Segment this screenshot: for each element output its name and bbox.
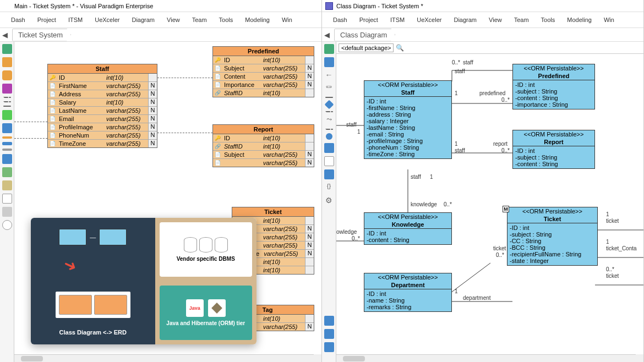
overlay-caption-cd-erd: Class Diagram <-> ERD [59, 329, 127, 336]
pal-comp-icon[interactable] [324, 169, 334, 179]
menu-itsm[interactable]: ITSM [390, 17, 405, 23]
bc-item[interactable]: Class Diagram [334, 29, 395, 41]
pal-diamond-icon[interactable] [324, 100, 334, 109]
right-palette: ← «» ⤳ {} ⚙ [322, 42, 336, 362]
pal-green-icon[interactable] [2, 110, 12, 120]
pal-misc2-icon[interactable] [2, 167, 12, 177]
right-pane: Class Diagram - Ticket System * Dash Pro… [322, 0, 644, 362]
menu-window[interactable]: Win [282, 17, 292, 23]
search-icon[interactable]: 🔍 [396, 44, 404, 52]
pal-dep-icon[interactable] [325, 111, 333, 112]
menu-uexceler[interactable]: UeXceler [95, 17, 119, 23]
uml-knowledge[interactable]: <<ORM Persistable>> Knowledge -ID : int-… [364, 212, 452, 245]
menu-project[interactable]: Project [37, 17, 56, 23]
pal-line-icon[interactable] [3, 106, 11, 107]
uml-staff-attrs: -ID : int-firstName : String-address : S… [364, 97, 451, 158]
left-canvas[interactable]: Staff 🔑IDint(10) 📄FirstNamevarchar(255)N… [14, 42, 321, 362]
package-input[interactable] [339, 43, 394, 52]
pal-class-icon[interactable] [324, 57, 334, 67]
pal-bar2-icon[interactable] [2, 142, 12, 145]
pal-note-icon[interactable] [2, 180, 12, 190]
menu-itsm[interactable]: ITSM [68, 17, 83, 23]
pal-pkg-icon[interactable] [324, 143, 334, 153]
uml-ticket[interactable]: <<ORM Persistable>> Ticket -ID : int-sub… [507, 207, 598, 266]
left-palette [0, 42, 14, 362]
pal-run-icon[interactable] [2, 44, 12, 54]
overlay-dbms-panel: Vendor specific DBMS [160, 222, 253, 277]
menu-view[interactable]: View [489, 17, 502, 23]
menu-modeling[interactable]: Modeling [245, 17, 270, 23]
uml-department[interactable]: <<ORM Persistable>> Department -ID : int… [364, 273, 452, 312]
uml-staff[interactable]: <<ORM Persistable>> Staff -ID : int-firs… [364, 80, 452, 159]
pal-relation2-icon[interactable] [3, 101, 11, 102]
class-diagram-icon [325, 2, 333, 10]
menu-diagram[interactable]: Diagram [454, 17, 477, 23]
right-title: Class Diagram - Ticket System * [336, 3, 423, 9]
overlay-left: — ➜ Class Diagram <-> ERD [31, 218, 155, 344]
svg-line-7 [446, 263, 490, 296]
pal-view-icon[interactable] [2, 84, 12, 94]
menu-team[interactable]: Team [192, 17, 207, 23]
pal-entity-icon[interactable] [2, 57, 12, 67]
menu-view[interactable]: View [167, 17, 180, 23]
pal-dash-icon[interactable] [325, 129, 333, 130]
app-root: Main - Ticket System * - Visual Paradigm… [0, 0, 644, 362]
erd-report[interactable]: Report 🔑IDint(10) 🔗StaffIDint(10) 📄Subje… [212, 124, 314, 167]
overlay-orm-label: Java and Hibernate (ORM) tier [166, 320, 245, 326]
pal-assoc-icon[interactable] [325, 97, 333, 98]
pal-blue-icon[interactable] [2, 123, 12, 133]
menu-dash[interactable]: Dash [333, 17, 347, 23]
erd-staff[interactable]: Staff 🔑IDint(10) 📄FirstNamevarchar(255)N… [47, 64, 157, 148]
right-canvas[interactable]: 🔍 <<ORM Pers [336, 42, 643, 362]
pal-run-icon[interactable] [324, 44, 334, 54]
menu-window[interactable]: Win [604, 17, 614, 23]
right-menubar: Dash Project ITSM UeXceler Diagram View … [322, 12, 643, 28]
right-work: ← «» ⤳ {} ⚙ 🔍 [322, 42, 643, 362]
pal-bar-icon[interactable] [2, 136, 12, 139]
pal-folder2-icon[interactable] [324, 329, 334, 339]
pal-text-icon[interactable]: «» [324, 84, 334, 94]
bc-back-icon[interactable]: ◀ [2, 31, 10, 39]
menu-dash[interactable]: Dash [11, 17, 25, 23]
erd-ticket-title: Ticket [232, 207, 314, 217]
erd-report-title: Report [213, 125, 314, 134]
pal-frame-icon[interactable] [324, 156, 334, 166]
bc-back-icon[interactable]: ◀ [324, 31, 332, 39]
right-scroll-corner [636, 354, 643, 362]
pal-table-icon[interactable] [2, 70, 12, 80]
bc-item[interactable]: Ticket System [12, 29, 71, 41]
uml-predefined[interactable]: <<ORM Persistable>> Predefined -ID : int… [512, 64, 595, 109]
pal-folder-icon[interactable] [324, 316, 334, 326]
pal-arrow2-icon[interactable]: ⤳ [324, 116, 334, 125]
pal-arrow-icon[interactable]: ← [324, 70, 334, 80]
left-hscroll[interactable] [14, 354, 314, 362]
menu-uexceler[interactable]: UeXceler [417, 17, 441, 23]
pal-rect-icon[interactable] [2, 194, 12, 204]
uml-report[interactable]: <<ORM Persistable>> Report -ID : int-sub… [512, 130, 595, 169]
right-tab[interactable]: Class Diagram - Ticket System * [322, 0, 643, 12]
erd-staff-title: Staff [48, 64, 157, 74]
menu-project[interactable]: Project [359, 17, 378, 23]
erd-predefined-title: Predefined [213, 47, 314, 56]
erd-conn [157, 78, 212, 78]
menu-modeling[interactable]: Modeling [567, 17, 592, 23]
package-bar: 🔍 [336, 42, 643, 54]
pal-window-icon[interactable] [324, 342, 334, 352]
menu-tools[interactable]: Tools [541, 17, 555, 23]
pal-bar3-icon[interactable] [2, 149, 12, 151]
erd-predefined[interactable]: Predefined 🔑IDint(10) 📄Subjectvarchar(25… [212, 46, 314, 97]
pal-misc-icon[interactable] [2, 154, 12, 164]
left-scroll-corner [314, 354, 321, 362]
menu-team[interactable]: Team [514, 17, 529, 23]
pal-gear-icon[interactable]: ⚙ [324, 196, 334, 206]
pal-relation-icon[interactable] [3, 97, 11, 98]
pal-gray-icon[interactable] [2, 207, 12, 217]
menu-diagram[interactable]: Diagram [132, 17, 155, 23]
left-tab[interactable]: Main - Ticket System * - Visual Paradigm… [0, 0, 321, 12]
pal-circle-icon[interactable] [2, 220, 12, 230]
overlay-dbms-label: Vendor specific DBMS [177, 256, 235, 262]
right-hscroll[interactable] [336, 354, 636, 362]
pal-braces-icon[interactable]: {} [324, 183, 334, 193]
menu-tools[interactable]: Tools [219, 17, 233, 23]
pal-ball-icon[interactable] [326, 133, 332, 140]
